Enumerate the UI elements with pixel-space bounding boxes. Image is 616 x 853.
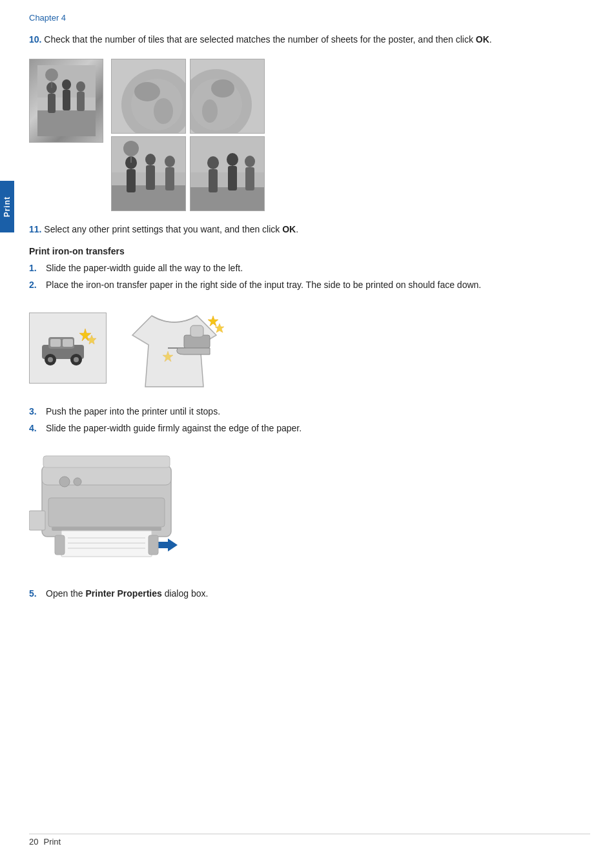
page-container: Print Chapter 4 10. Check that the numbe… xyxy=(0,0,616,853)
svg-rect-36 xyxy=(209,169,218,192)
step-11-content: Select any other print settings that you… xyxy=(44,224,298,234)
chapter-label: Chapter 4 xyxy=(29,13,590,23)
iron-step-4-num: 4. xyxy=(29,423,41,433)
svg-rect-69 xyxy=(29,511,45,530)
poster-images-row xyxy=(29,59,590,211)
step-11-number: 11. xyxy=(29,224,41,234)
svg-rect-70 xyxy=(43,456,170,468)
iron-step-5-num: 5. xyxy=(29,588,41,599)
step-10-number: 10. xyxy=(29,34,41,45)
svg-rect-40 xyxy=(245,167,254,190)
tshirt-area xyxy=(119,303,249,393)
footer-page-number: 20 xyxy=(29,837,38,847)
iron-step-3-num: 3. xyxy=(29,406,41,416)
svg-rect-61 xyxy=(52,527,161,531)
svg-point-35 xyxy=(207,156,219,169)
svg-marker-50 xyxy=(87,335,96,344)
svg-point-20 xyxy=(202,99,218,123)
poster-grid-group xyxy=(111,59,266,211)
svg-marker-54 xyxy=(215,324,224,333)
svg-rect-25 xyxy=(127,169,136,192)
footer: 20 Print xyxy=(29,834,590,847)
svg-point-15 xyxy=(154,98,173,124)
iron-step-1-text: Slide the paper-width guide all the way … xyxy=(46,263,243,273)
iron-step-1-num: 1. xyxy=(29,263,41,273)
svg-point-19 xyxy=(211,79,234,98)
iron-step-1: 1. Slide the paper-width guide all the w… xyxy=(29,263,590,273)
toy-car-box xyxy=(29,313,107,384)
svg-rect-6 xyxy=(63,90,70,110)
svg-rect-33 xyxy=(190,137,265,172)
svg-rect-58 xyxy=(48,498,165,527)
svg-point-59 xyxy=(59,477,70,487)
iron-step-2: 2. Place the iron-on transfer paper in t… xyxy=(29,280,590,290)
svg-point-9 xyxy=(45,68,58,81)
step-10-content: Check that the number of tiles that are … xyxy=(44,34,491,45)
step-11-block: 11. Select any other print settings that… xyxy=(29,224,590,234)
svg-point-48 xyxy=(74,357,79,362)
poster-tile-tr xyxy=(190,59,265,134)
iron-step-4-text: Slide the paper-width guide firmly again… xyxy=(46,423,302,433)
svg-rect-62 xyxy=(61,531,152,557)
iron-step-2-num: 2. xyxy=(29,280,41,290)
printer-area xyxy=(29,446,197,575)
svg-rect-34 xyxy=(190,187,265,211)
toy-car-svg xyxy=(39,325,97,371)
section-heading: Print iron-on transfers xyxy=(29,246,590,256)
svg-rect-44 xyxy=(63,339,73,347)
poster-single-svg xyxy=(37,65,96,136)
svg-rect-43 xyxy=(50,339,61,347)
iron-step-3-text: Push the paper into the printer until it… xyxy=(46,406,220,416)
svg-rect-52 xyxy=(190,325,203,337)
svg-point-5 xyxy=(62,79,71,90)
poster-single-image xyxy=(29,59,103,143)
svg-marker-53 xyxy=(208,316,218,326)
iron-on-images xyxy=(29,303,590,393)
iron-step-2-text: Place the iron-on transfer paper in the … xyxy=(46,280,481,290)
iron-step-5: 5. Open the Printer Properties dialog bo… xyxy=(29,588,590,599)
svg-point-37 xyxy=(227,153,238,166)
poster-tile-bl xyxy=(111,136,186,211)
svg-point-28 xyxy=(165,156,175,167)
svg-rect-67 xyxy=(55,535,65,555)
content-area: Chapter 4 10. Check that the number of t… xyxy=(29,0,590,599)
tshirt-svg xyxy=(119,303,249,393)
step-11-text: 11. Select any other print settings that… xyxy=(29,224,590,234)
iron-step-5-text: Open the Printer Properties dialog box. xyxy=(46,588,208,599)
footer-rule xyxy=(29,834,590,834)
svg-point-30 xyxy=(123,141,139,156)
footer-section: Print xyxy=(43,837,61,847)
svg-rect-8 xyxy=(77,92,85,111)
svg-point-39 xyxy=(245,156,255,167)
poster-tile-tl xyxy=(111,59,186,134)
svg-rect-29 xyxy=(165,167,174,190)
step-10-block: 10. Check that the number of tiles that … xyxy=(29,34,590,45)
poster-tile-br xyxy=(190,136,265,211)
svg-point-14 xyxy=(134,82,160,101)
svg-point-46 xyxy=(48,357,53,362)
step-10-text: 10. Check that the number of tiles that … xyxy=(29,34,590,45)
svg-point-26 xyxy=(145,154,156,165)
svg-rect-27 xyxy=(146,165,155,190)
svg-rect-2 xyxy=(37,110,96,136)
svg-rect-38 xyxy=(228,166,237,190)
svg-rect-4 xyxy=(48,94,56,113)
svg-point-7 xyxy=(76,81,85,92)
iron-step-4: 4. Slide the paper-width guide firmly ag… xyxy=(29,423,590,433)
svg-rect-68 xyxy=(149,535,158,555)
svg-point-60 xyxy=(74,478,81,486)
side-tab: Print xyxy=(0,181,14,232)
printer-svg xyxy=(29,446,197,575)
side-tab-label: Print xyxy=(3,196,12,217)
iron-step-3: 3. Push the paper into the printer until… xyxy=(29,406,590,416)
